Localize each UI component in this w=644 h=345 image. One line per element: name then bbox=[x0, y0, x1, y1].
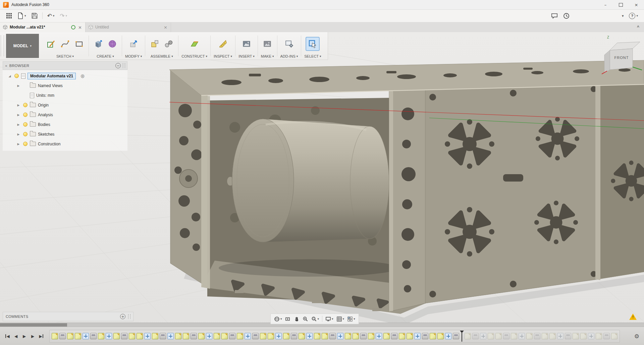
timeline-feature-sketch[interactable] bbox=[52, 333, 58, 339]
timeline-feature-extrude[interactable] bbox=[90, 333, 97, 339]
timeline-feature-move[interactable] bbox=[245, 333, 251, 339]
timeline-feature-sketch[interactable] bbox=[137, 333, 143, 339]
timeline-feature-extrude[interactable] bbox=[229, 333, 235, 339]
browser-item[interactable]: ▶Bodies bbox=[3, 120, 127, 129]
timeline-feature-sketch[interactable] bbox=[314, 333, 320, 339]
timeline-feature-extrude[interactable] bbox=[160, 333, 166, 339]
create-extrude-button[interactable] bbox=[92, 38, 105, 50]
timeline-feature-move[interactable] bbox=[83, 333, 89, 339]
timeline-feature-sketch[interactable] bbox=[437, 333, 444, 339]
browser-item[interactable]: ▶Construction bbox=[3, 139, 127, 149]
timeline-feature-sketch[interactable] bbox=[430, 333, 436, 339]
visibility-bulb-icon[interactable] bbox=[23, 113, 28, 117]
timeline-feature-extrude[interactable] bbox=[121, 333, 127, 339]
ribbon-group-label[interactable]: MODIFY ▾ bbox=[125, 54, 142, 58]
ribbon-group-label[interactable]: CONSTRUCT ▾ bbox=[181, 54, 207, 58]
timeline-feature-move[interactable] bbox=[445, 333, 451, 339]
comments-toggle-button[interactable] bbox=[548, 11, 560, 21]
timeline-feature-move[interactable] bbox=[167, 333, 174, 339]
undo-button[interactable]: ↶ ▾ bbox=[45, 11, 57, 21]
panel-grip[interactable] bbox=[123, 63, 125, 68]
timeline-skip-end-button[interactable]: ▶ bbox=[37, 332, 45, 341]
file-menu-button[interactable]: ▾ bbox=[15, 11, 29, 21]
ribbon-group-label[interactable]: CREATE ▾ bbox=[97, 54, 114, 58]
timeline-feature-sketch[interactable] bbox=[129, 333, 135, 339]
timeline-feature-sketch[interactable] bbox=[511, 333, 517, 339]
sketch-spline-button[interactable] bbox=[59, 38, 71, 50]
expand-arrow-icon[interactable]: ▶ bbox=[16, 104, 21, 107]
expand-arrow-icon[interactable]: ▶ bbox=[16, 133, 21, 136]
extensions-dropdown-button[interactable]: ▾ bbox=[619, 11, 627, 21]
visibility-bulb-icon[interactable] bbox=[14, 74, 19, 78]
activate-component-icon[interactable]: ◎ bbox=[80, 73, 84, 78]
view-cube[interactable]: FRONT Z bbox=[600, 37, 644, 74]
panel-grip[interactable] bbox=[1, 36, 4, 56]
tab-close-button[interactable]: × bbox=[77, 25, 83, 30]
ribbon-group-label[interactable]: SELECT ▾ bbox=[304, 54, 321, 58]
timeline-feature-move[interactable] bbox=[557, 333, 564, 339]
add-comment-button[interactable]: + bbox=[120, 314, 125, 319]
close-button[interactable]: × bbox=[629, 0, 644, 9]
timeline-feature-sketch[interactable] bbox=[407, 333, 413, 339]
timeline-feature-move[interactable] bbox=[306, 333, 313, 339]
timeline-settings-gear-icon[interactable]: ⚙ bbox=[634, 333, 641, 340]
browser-item[interactable]: ▶Analysis bbox=[3, 110, 127, 120]
timeline-feature-sketch[interactable] bbox=[573, 333, 579, 339]
visibility-bulb-icon[interactable] bbox=[23, 132, 28, 136]
timeline-feature-sketch[interactable] bbox=[221, 333, 228, 339]
browser-item[interactable]: ▶Sketches bbox=[3, 129, 127, 139]
timeline-feature-sketch[interactable] bbox=[542, 333, 548, 339]
timeline-feature-sketch[interactable] bbox=[299, 333, 305, 339]
timeline-feature-sketch[interactable] bbox=[353, 333, 359, 339]
app-launcher-button[interactable] bbox=[3, 11, 15, 21]
document-tab-active[interactable]: Modular ...ata v21* × bbox=[0, 22, 86, 32]
warning-badge[interactable]: ! bbox=[629, 314, 637, 320]
expand-arrow-icon[interactable]: ▶ bbox=[16, 123, 21, 126]
timeline-feature-sketch[interactable] bbox=[260, 333, 266, 339]
timeline-feature-sketch[interactable] bbox=[580, 333, 587, 339]
add-ins-button[interactable] bbox=[283, 38, 296, 50]
timeline-feature-sketch[interactable] bbox=[322, 333, 328, 339]
timeline-feature-move[interactable] bbox=[414, 333, 421, 339]
maximize-button[interactable] bbox=[613, 0, 629, 9]
ribbon-group-label[interactable]: MAKE ▾ bbox=[261, 54, 274, 58]
make-button[interactable] bbox=[261, 38, 274, 50]
timeline-feature-extrude[interactable] bbox=[329, 333, 336, 339]
timeline-feature-extrude[interactable] bbox=[360, 333, 367, 339]
timeline-feature-sketch[interactable] bbox=[175, 333, 181, 339]
timeline-feature-extrude[interactable] bbox=[422, 333, 428, 339]
zoom-window-button[interactable]: ▾ bbox=[310, 315, 321, 323]
timeline-feature-sketch[interactable] bbox=[283, 333, 289, 339]
timeline-feature-sketch[interactable] bbox=[549, 333, 556, 339]
panel-grip[interactable] bbox=[128, 314, 130, 319]
tab-close-button[interactable]: × bbox=[163, 25, 168, 30]
timeline-skip-start-button[interactable]: ◀ bbox=[3, 332, 12, 341]
timeline-feature-move[interactable] bbox=[275, 333, 282, 339]
zoom-button[interactable] bbox=[301, 315, 310, 323]
ribbon-group-label[interactable]: ADD-INS ▾ bbox=[280, 54, 298, 58]
timeline-feature-move[interactable] bbox=[106, 333, 112, 339]
construct-plane-button[interactable] bbox=[188, 38, 201, 50]
collapse-toolbar-button[interactable]: ^ bbox=[632, 25, 644, 29]
timeline-feature-extrude[interactable] bbox=[534, 333, 540, 339]
viewports-button[interactable]: ▾ bbox=[346, 315, 357, 323]
timeline-feature-sketch[interactable] bbox=[368, 333, 374, 339]
timeline-feature-extrude[interactable] bbox=[391, 333, 397, 339]
timeline-feature-extrude[interactable] bbox=[453, 333, 459, 339]
timeline-feature-extrude[interactable] bbox=[291, 333, 297, 339]
timeline-play-button[interactable]: ▶ bbox=[20, 332, 29, 341]
save-button[interactable] bbox=[29, 11, 40, 21]
timeline-feature-extrude[interactable] bbox=[252, 333, 259, 339]
expand-arrow-icon[interactable]: ▶ bbox=[16, 84, 21, 87]
timeline-feature-move[interactable] bbox=[376, 333, 382, 339]
timeline-feature-sketch[interactable] bbox=[268, 333, 274, 339]
browser-item[interactable]: ▶Named Views bbox=[3, 81, 127, 90]
modify-press-pull-button[interactable] bbox=[127, 38, 140, 50]
ribbon-group-label[interactable]: ASSEMBLE ▾ bbox=[151, 54, 173, 58]
timeline-feature-sketch[interactable] bbox=[113, 333, 120, 339]
job-status-button[interactable] bbox=[560, 11, 572, 21]
timeline-step-forward-button[interactable]: ▶ bbox=[29, 332, 37, 341]
timeline-feature-extrude[interactable] bbox=[565, 333, 571, 339]
collapse-panel-icon[interactable]: « bbox=[5, 64, 7, 68]
timeline-feature-extrude[interactable] bbox=[503, 333, 509, 339]
